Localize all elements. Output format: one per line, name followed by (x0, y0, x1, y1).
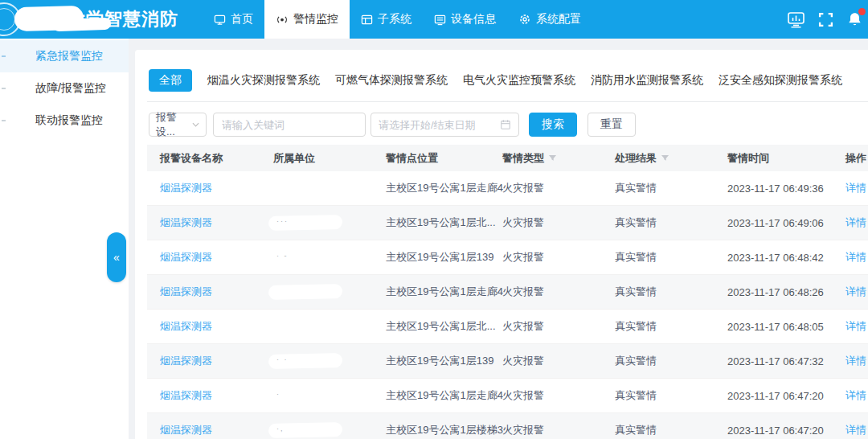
org-redaction-marks: · · (276, 355, 289, 363)
sidebar-item-label: 联动报警监控 (35, 113, 103, 128)
alarm-type-cell: 火灾报警 (489, 206, 602, 240)
device-name-cell: 烟温探测器 (147, 206, 260, 240)
nav-item-1[interactable]: 首页 (203, 0, 264, 39)
result-cell: 真实警情 (602, 206, 714, 240)
alarm-type-cell: 火灾报警 (489, 310, 602, 344)
device-name-link[interactable]: 烟温探测器 (160, 215, 212, 230)
org-redaction-blob (268, 180, 342, 196)
device-name-cell: 烟温探测器 (147, 240, 260, 275)
detail-link[interactable]: 详情 (845, 181, 866, 195)
time-cell: 2023-11-17 06:48:42 (714, 240, 833, 275)
location-cell: 主校区19号公寓1层走廊4 (373, 171, 489, 206)
device-name-link[interactable]: 烟温探测器 (160, 181, 212, 195)
org-cell (260, 275, 373, 310)
actions-cell: 详情处理 (833, 379, 868, 413)
table-row: 烟温探测器主校区19号公寓1层北...火灾报警真实警情2023-11-17 06… (147, 310, 868, 344)
device-name-cell: 烟温探测器 (147, 413, 260, 439)
notification-badge-dot (858, 8, 866, 15)
collapse-chevrons-icon: « (113, 251, 120, 264)
detail-link[interactable]: 详情 (845, 319, 866, 334)
result-cell: 真实警情 (602, 379, 714, 413)
reset-button[interactable]: 重置 (588, 113, 636, 137)
tab-1[interactable]: 全部 (149, 69, 192, 92)
sidebar-item-1[interactable]: 紧急报警监控 (0, 40, 129, 72)
time-cell: 2023-11-17 06:48:26 (714, 275, 833, 310)
fullscreen-button[interactable] (818, 12, 833, 27)
column-header-label: 警情点位置 (386, 151, 438, 166)
device-name-link[interactable]: 烟温探测器 (160, 423, 212, 437)
sidebar-item-tick-icon (2, 88, 6, 89)
detail-link[interactable]: 详情 (845, 285, 866, 299)
tabs-divider (147, 101, 868, 102)
device-name-cell: 烟温探测器 (147, 310, 260, 344)
tab-6[interactable]: 泛安全感知探测报警系统 (719, 69, 842, 92)
org-redaction-marks: ··· (276, 217, 289, 225)
alarm-type-cell: 火灾报警 (489, 240, 602, 275)
device-name-link[interactable]: 烟温探测器 (160, 388, 212, 403)
detail-link[interactable]: 详情 (845, 250, 866, 265)
system-tabs: 全部烟温火灾探测报警系统可燃气体探测报警系统电气火灾监控预警系统消防用水监测报警… (135, 50, 868, 92)
keyword-input[interactable] (213, 113, 366, 137)
gear-icon (518, 13, 531, 26)
date-range-input[interactable] (371, 113, 519, 137)
org-cell: · - (260, 240, 373, 275)
device-name-cell: 烟温探测器 (147, 379, 260, 413)
nav-item-3[interactable]: 子系统 (350, 0, 423, 39)
column-header-label: 操作 (845, 151, 866, 166)
column-header-label: 警情时间 (727, 151, 769, 166)
detail-link[interactable]: 详情 (845, 423, 866, 437)
table-row: 烟温探测器主校区19号公寓1层走廊4火灾报警真实警情2023-11-17 06:… (147, 275, 868, 310)
filter-bar: 报警设... 搜索 重置 (149, 113, 868, 137)
sidebar-collapse-button[interactable]: « (107, 232, 126, 282)
actions-cell: 详情处理 (833, 310, 868, 344)
nav-item-5[interactable]: 系统配置 (507, 0, 592, 39)
sidebar: 紧急报警监控故障/报警监控联动报警监控 « (0, 39, 129, 439)
table-row: 烟温探测器·,主校区19号公寓1层楼梯3火灾报警真实警情2023-11-17 0… (147, 413, 868, 439)
detail-link[interactable]: 详情 (845, 215, 866, 230)
date-range-field[interactable] (379, 119, 495, 131)
filter-funnel-icon[interactable] (661, 154, 669, 162)
table-row: 烟温探测器· ·主校区19号公寓1层139火灾报警真实警情2023-11-17 … (147, 344, 868, 379)
detail-link[interactable]: 详情 (845, 354, 866, 368)
subsystem-window-icon (361, 14, 373, 26)
tab-2[interactable]: 烟温火灾探测报警系统 (207, 69, 320, 92)
nav-item-label: 子系统 (378, 12, 411, 27)
dashboard-chart-button[interactable] (787, 11, 805, 28)
device-name-link[interactable]: 烟温探测器 (160, 319, 212, 334)
actions-cell: 详情处理 (833, 344, 868, 379)
calendar-icon (500, 119, 511, 130)
org-cell (260, 310, 373, 344)
detail-link[interactable]: 详情 (845, 388, 866, 403)
device-type-select-value: 报警设... (156, 110, 192, 139)
tab-4[interactable]: 电气火灾监控预警系统 (463, 69, 575, 92)
device-name-link[interactable]: 烟温探测器 (160, 285, 212, 299)
result-cell: 真实警情 (602, 413, 714, 439)
location-cell: 主校区19号公寓1层北... (373, 206, 489, 240)
location-cell: 主校区19号公寓1层走廊4 (373, 275, 489, 310)
device-name-link[interactable]: 烟温探测器 (160, 354, 212, 368)
nav-item-2[interactable]: 警情监控 (264, 0, 350, 39)
sidebar-item-2[interactable]: 故障/报警监控 (0, 72, 129, 105)
filter-funnel-icon[interactable] (548, 154, 557, 162)
device-type-select[interactable]: 报警设... (149, 113, 207, 137)
column-header-label: 处理结果 (615, 151, 657, 166)
nav-item-4[interactable]: 设备信息 (423, 0, 507, 39)
table-row: 烟温探测器主校区19号公寓1层走廊4火灾报警真实警情2023-11-17 06:… (147, 171, 868, 206)
table-header: 报警设备名称所属单位警情点位置警情类型处理结果警情时间操作 (147, 145, 868, 171)
org-redaction-blob (268, 284, 342, 300)
sidebar-item-label: 紧急报警监控 (35, 49, 103, 64)
alarm-type-cell: 火灾报警 (489, 344, 602, 379)
sidebar-item-tick-icon (2, 120, 6, 121)
column-header-3: 警情点位置 (373, 151, 489, 166)
tab-5[interactable]: 消防用水监测报警系统 (591, 69, 703, 92)
org-cell: ·, (260, 413, 373, 439)
sidebar-item-3[interactable]: 联动报警监控 (0, 105, 129, 137)
location-cell: 主校区19号公寓1层楼梯3 (373, 413, 489, 439)
actions-cell: 详情处理 (833, 413, 868, 439)
bell-button[interactable] (846, 11, 863, 28)
search-button[interactable]: 搜索 (529, 113, 577, 137)
actions-cell: 详情处理 (833, 240, 868, 275)
device-name-link[interactable]: 烟温探测器 (160, 250, 212, 265)
home-monitor-icon (214, 14, 226, 26)
tab-3[interactable]: 可燃气体探测报警系统 (335, 69, 448, 92)
